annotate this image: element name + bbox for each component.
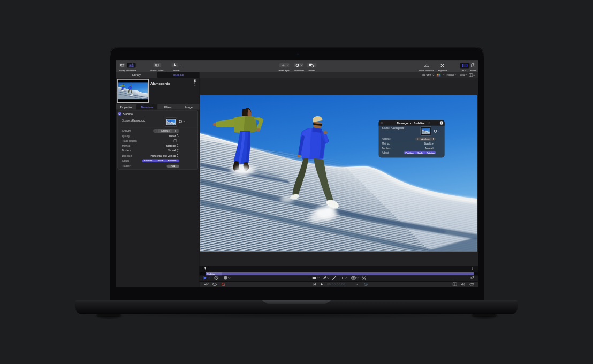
svg-text:Position: Position: [144, 159, 153, 162]
svg-text:Filters: Filters: [308, 69, 315, 71]
svg-text:Inspector: Inspector: [172, 73, 184, 77]
svg-text:Borders: Borders: [121, 149, 131, 152]
svg-text:Method: Method: [382, 142, 390, 145]
svg-text:Library: Library: [117, 69, 125, 71]
svg-text:Replicate: Replicate: [437, 69, 447, 71]
svg-text:Stabilize: Stabilize: [123, 112, 133, 115]
svg-text:Add: Add: [171, 164, 176, 167]
svg-text:Project Pane: Project Pane: [150, 69, 164, 71]
svg-text:Alamogordo: Stabilize: Alamogordo: Stabilize: [396, 121, 424, 124]
svg-text:Image: Image: [185, 105, 193, 108]
svg-text:View: View: [459, 74, 465, 77]
svg-text:Make Particles: Make Particles: [419, 69, 435, 71]
svg-text:Horizontal and Vertical: Horizontal and Vertical: [150, 154, 176, 157]
svg-text:Analyze: Analyze: [382, 138, 391, 140]
svg-text:Analyze: Analyze: [121, 130, 131, 132]
svg-text:Alamogordo: Alamogordo: [150, 81, 170, 85]
svg-text:Analyze: Analyze: [421, 138, 430, 140]
svg-text:Analyze: Analyze: [161, 130, 170, 132]
svg-text:Share: Share: [470, 69, 476, 71]
svg-text:Source: Alamogordo: Source: Alamogordo: [121, 119, 145, 122]
svg-text:Stabilize: Stabilize: [166, 145, 176, 147]
svg-text:Borders: Borders: [382, 147, 391, 149]
svg-text:HUD: HUD: [462, 69, 467, 71]
svg-text:Stabilize: Stabilize: [207, 272, 216, 275]
svg-text:Import: Import: [173, 69, 180, 71]
svg-text:Adjust: Adjust: [121, 159, 129, 162]
svg-text:Scale: Scale: [417, 151, 423, 154]
svg-text:Stabilize: Stabilize: [423, 142, 433, 145]
svg-text:Normal: Normal: [168, 149, 176, 152]
svg-text:Source: Alamogordo: Source: Alamogordo: [382, 126, 404, 129]
svg-text:Add Object: Add Object: [278, 69, 291, 71]
svg-text:Better: Better: [169, 134, 176, 137]
svg-text:T: T: [341, 276, 343, 279]
svg-text:Position: Position: [405, 151, 414, 154]
svg-text:Inspector: Inspector: [126, 69, 136, 71]
svg-text:Rotation: Rotation: [426, 151, 435, 154]
svg-text:Filters: Filters: [164, 105, 172, 108]
svg-text:Tracker: Tracker: [121, 165, 130, 168]
svg-text:00:00:00:00: 00:00:00:00: [327, 283, 345, 286]
svg-text:Behaviors: Behaviors: [294, 69, 305, 71]
svg-text:Properties: Properties: [120, 105, 132, 108]
svg-text:Rotation: Rotation: [168, 159, 176, 162]
svg-text:Adjust: Adjust: [382, 151, 389, 154]
svg-text:Render: Render: [446, 74, 454, 77]
svg-text:Method: Method: [121, 145, 130, 147]
svg-text:Direction: Direction: [121, 154, 132, 157]
svg-text:Scale: Scale: [157, 159, 163, 162]
svg-text:Track Region: Track Region: [121, 139, 136, 142]
svg-text:Library: Library: [132, 73, 141, 77]
svg-text:Fit: 68%: Fit: 68%: [422, 74, 431, 77]
svg-text:Normal: Normal: [425, 147, 433, 149]
svg-text:i: i: [441, 122, 442, 124]
svg-text:Quality: Quality: [121, 134, 130, 137]
svg-text:Behaviors: Behaviors: [141, 105, 153, 108]
